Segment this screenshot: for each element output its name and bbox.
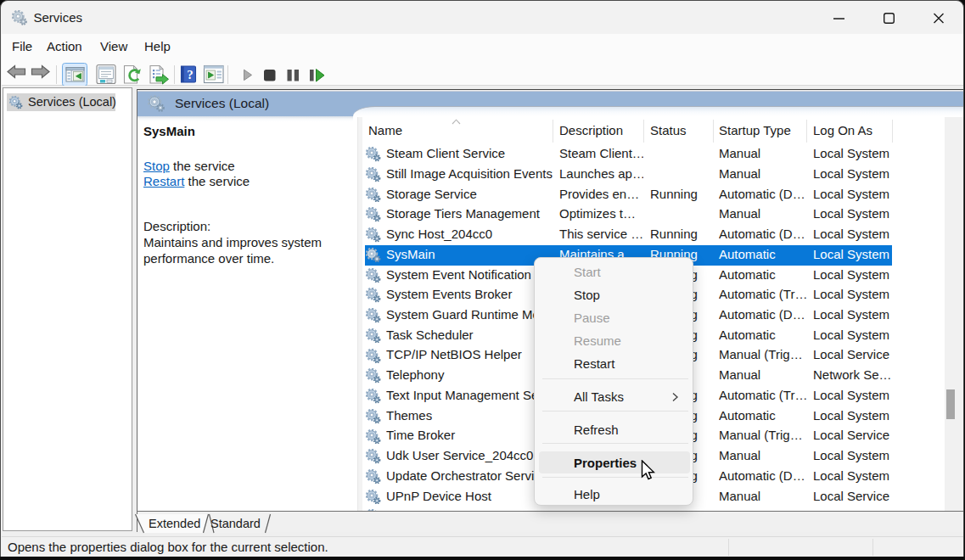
svg-text:?: ? <box>187 67 194 81</box>
